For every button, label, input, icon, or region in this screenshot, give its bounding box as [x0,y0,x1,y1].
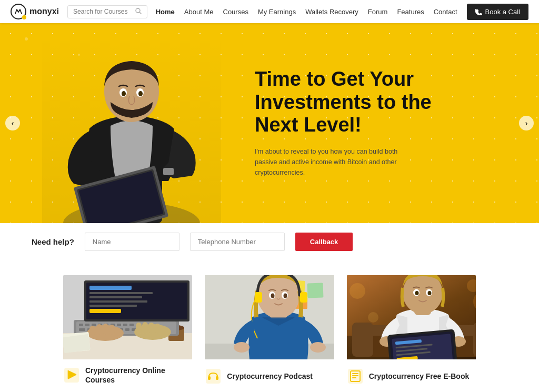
nav-contact[interactable]: Contact [434,8,457,16]
svg-rect-96 [216,376,218,380]
svg-rect-72 [136,323,142,334]
card-footer-courses: Cryptocurrency Online Courses [63,359,192,388]
card-image-podcast [205,275,334,361]
svg-rect-95 [208,376,211,380]
card-podcast: Cryptocurrency Podcast [205,275,334,388]
svg-rect-128 [352,377,356,378]
nav-earnings[interactable]: My Earnings [258,8,296,16]
svg-rect-68 [89,326,96,335]
ebook-image-svg [347,275,476,359]
svg-rect-94 [206,369,221,384]
svg-rect-64 [89,305,137,307]
svg-rect-69 [96,324,102,335]
navbar: monyxi Home About Me Courses My Earnings… [0,0,539,23]
nav-forum[interactable]: Forum [368,8,388,16]
cards-section: Cryptocurrency Online Courses [32,260,507,392]
svg-rect-70 [103,324,108,335]
svg-rect-61 [89,292,153,294]
card-title-courses: Cryptocurrency Online Courses [85,366,192,385]
nav-links: Home About Me Courses My Earnings Wallet… [156,4,528,20]
svg-rect-82 [307,283,324,298]
svg-point-93 [310,342,326,353]
book-call-button[interactable]: Book a Call [467,4,528,20]
svg-rect-75 [155,324,161,334]
svg-rect-103 [473,323,476,357]
podcast-image-svg [205,275,334,359]
svg-rect-42 [123,324,127,326]
svg-rect-126 [352,373,358,374]
svg-rect-73 [142,322,148,334]
card-footer-podcast: Cryptocurrency Podcast [205,361,334,388]
search-input[interactable] [73,8,132,15]
hero-content: Time to Get Your Investments to the Next… [255,68,476,178]
hero-person [42,34,221,223]
hero-section: ‹ Time to Get Your Investments to the Ne… [0,23,539,223]
svg-point-108 [415,291,418,295]
card-title-ebook: Cryptocurrency Free E-Book [369,371,470,381]
nav-wallets[interactable]: Wallets Recovery [305,8,358,16]
svg-point-27 [122,91,126,96]
hero-title: Time to Get Your Investments to the Next… [255,68,476,137]
svg-rect-43 [129,324,134,326]
svg-line-1 [139,12,141,14]
card-title-podcast: Cryptocurrency Podcast [227,371,313,381]
svg-rect-41 [117,324,121,326]
hero-subtitle: I'm about to reveal to you how you can b… [255,147,413,178]
svg-point-92 [234,342,249,353]
nav-features[interactable]: Features [397,8,424,16]
nav-courses[interactable]: Courses [223,8,248,16]
help-label: Need help? [32,237,74,246]
svg-rect-87 [300,292,307,303]
search-bar[interactable] [67,5,147,18]
callback-button[interactable]: Callback [295,233,353,251]
svg-rect-74 [148,323,154,334]
card-image-ebook [347,275,476,361]
svg-rect-86 [255,292,262,303]
name-input[interactable] [85,233,179,251]
hero-next-button[interactable]: › [519,116,534,130]
svg-point-122 [368,312,378,323]
svg-rect-60 [89,286,132,290]
person-illustration [58,34,205,223]
svg-rect-47 [79,328,85,331]
svg-rect-62 [89,296,142,298]
help-section: Need help? Callback [0,223,539,260]
svg-rect-102 [352,323,373,357]
svg-rect-35 [79,324,83,326]
svg-point-85 [257,275,300,318]
card-courses: Cryptocurrency Online Courses [63,275,192,388]
nav-home[interactable]: Home [156,8,175,16]
search-icon [135,8,142,16]
logo-icon [11,4,26,19]
svg-point-90 [271,294,275,298]
svg-rect-65 [89,309,121,313]
svg-point-120 [350,283,365,299]
courses-image-svg [63,275,192,359]
svg-point-91 [284,294,287,298]
svg-rect-54 [125,328,129,331]
book-call-label: Book a Call [485,8,520,16]
phone-icon [475,8,482,15]
next-arrow-icon: › [525,119,528,127]
nav-about[interactable]: About Me [184,8,214,16]
svg-rect-36 [85,324,89,326]
svg-rect-71 [109,325,115,335]
headphones-icon [205,368,222,385]
play-icon [63,367,80,384]
card-footer-ebook: Cryptocurrency Free E-Book [347,361,476,388]
svg-point-28 [138,91,143,96]
prev-arrow-icon: ‹ [12,119,14,127]
book-icon [347,368,364,385]
svg-rect-127 [352,375,358,376]
svg-rect-24 [163,168,174,175]
logo[interactable]: monyxi [11,4,59,19]
svg-point-2 [25,37,28,41]
svg-point-109 [427,291,431,295]
phone-input[interactable] [190,233,285,251]
card-image-courses [63,275,192,359]
brand-name: monyxi [29,7,59,16]
card-ebook: Cryptocurrency Free E-Book [347,275,476,388]
svg-rect-63 [89,300,147,303]
hero-prev-button[interactable]: ‹ [5,116,20,130]
